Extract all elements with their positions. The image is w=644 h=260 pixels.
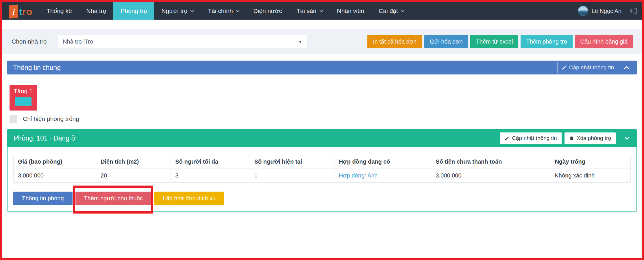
chevron-up-icon[interactable] bbox=[623, 64, 630, 71]
add-dependent-button[interactable]: Thêm người phụ thuộc bbox=[75, 192, 151, 205]
nav-item-nguoi-tro[interactable]: Người trọ bbox=[154, 2, 201, 20]
pencil-icon bbox=[504, 136, 509, 141]
update-room-button[interactable]: Cập nhật thông tin bbox=[500, 132, 561, 144]
add-room-button[interactable]: Thêm phòng trọ bbox=[521, 35, 572, 48]
floor-label: Tầng 1 bbox=[14, 88, 32, 94]
house-select[interactable]: Nhà trọ iTro ▼ bbox=[58, 35, 307, 48]
user-area: Lê Ngọc An bbox=[578, 2, 642, 20]
cell-area: 20 bbox=[96, 169, 171, 183]
chevron-down-icon bbox=[236, 8, 240, 12]
nav-item-label: Tài sản bbox=[297, 8, 317, 14]
show-empty-rooms-label: Chỉ hiện phòng trống bbox=[23, 115, 79, 122]
update-general-info-label: Cập nhật thông tin bbox=[569, 64, 614, 71]
logo-letter-t: t bbox=[19, 6, 22, 17]
nav-item-phong-tro[interactable]: Phòng trọ bbox=[113, 2, 154, 20]
nav-item-label: Tài chính bbox=[208, 8, 233, 14]
pencil-icon bbox=[562, 65, 567, 70]
room-panel-body: Giá (bao phòng) Diện tích (m2) Số người … bbox=[8, 147, 636, 211]
nav-item-label: Người trọ bbox=[162, 8, 188, 14]
house-select-value: Nhà trọ iTro bbox=[63, 38, 93, 45]
col-header-vacant-date: Ngày trống bbox=[550, 155, 631, 169]
nav-item-thong-ke[interactable]: Thống kê bbox=[39, 2, 79, 20]
nav-item-label: Nhân viên bbox=[337, 8, 364, 14]
floor-tile-tang-1[interactable]: Tầng 1 bbox=[10, 85, 37, 111]
top-navbar: itro Thống kê Nhà trọ Phòng trọ Người tr… bbox=[2, 2, 642, 20]
cell-max-people: 3 bbox=[171, 169, 250, 183]
col-header-current-people: Số người hiện tại bbox=[250, 155, 334, 169]
nav-item-label: Thống kê bbox=[47, 8, 72, 14]
dropdown-caret-icon: ▼ bbox=[298, 40, 302, 44]
room-info-button[interactable]: Thông tin phòng bbox=[13, 192, 73, 205]
room-panel-header: Phòng: 101 - Đang ở Cập nhật thông tin X… bbox=[8, 130, 636, 147]
price-config-button[interactable]: Cấu hình bảng giá bbox=[575, 35, 633, 48]
chevron-down-icon bbox=[319, 8, 323, 12]
nav-item-tai-san[interactable]: Tài sản bbox=[289, 2, 330, 20]
room-panel: Phòng: 101 - Đang ở Cập nhật thông tin X… bbox=[7, 129, 637, 212]
chevron-down-icon[interactable] bbox=[623, 134, 631, 142]
nav-item-label: Phòng trọ bbox=[121, 8, 147, 14]
nav-item-cai-dat[interactable]: Cài đặt bbox=[371, 2, 411, 20]
create-service-invoice-button[interactable]: Lập hóa đơn dịch vụ bbox=[154, 192, 224, 205]
nav-menu: Thống kê Nhà trọ Phòng trọ Người trọ Tài… bbox=[39, 2, 411, 20]
cell-vacant-date: Không xác định bbox=[550, 169, 631, 183]
room-header-actions: Cập nhật thông tin Xóa phòng trọ bbox=[500, 132, 634, 144]
nav-item-dien-nuoc[interactable]: Điện nước bbox=[246, 2, 289, 20]
room-info-table: Giá (bao phòng) Diện tích (m2) Số người … bbox=[13, 155, 631, 183]
delete-room-button[interactable]: Xóa phòng trọ bbox=[565, 132, 616, 144]
username[interactable]: Lê Ngọc An bbox=[592, 8, 621, 14]
col-header-price: Giá (bao phòng) bbox=[14, 155, 96, 169]
select-house-label: Chọn nhà trọ bbox=[12, 38, 58, 45]
nav-item-label: Nhà trọ bbox=[86, 8, 106, 14]
room-101-swatch[interactable] bbox=[15, 97, 32, 106]
logo-letter-i: i bbox=[12, 7, 15, 18]
nav-item-tai-chinh[interactable]: Tài chính bbox=[201, 2, 246, 20]
send-invoice-button[interactable]: Gửi hóa đơn bbox=[424, 35, 468, 48]
general-info-title: Thông tin chung bbox=[13, 64, 61, 72]
floor-map: Tầng 1 Chỉ hiện phòng trống bbox=[2, 85, 642, 123]
cell-unpaid: 3.000.000 bbox=[431, 169, 550, 183]
logout-icon[interactable] bbox=[629, 7, 638, 15]
logo-letters-ro: ro bbox=[22, 6, 33, 17]
nav-item-label: Điện nước bbox=[253, 8, 282, 14]
toolbar-actions: In tất cả hóa đơn Gửi hóa đơn Thêm từ ex… bbox=[367, 35, 633, 48]
general-info-actions: Cập nhật thông tin bbox=[557, 62, 634, 73]
current-people-link[interactable]: 1 bbox=[254, 172, 258, 179]
chevron-down-icon bbox=[401, 8, 405, 12]
general-info-header: Thông tin chung Cập nhật thông tin bbox=[7, 61, 637, 74]
update-room-label: Cập nhật thông tin bbox=[512, 135, 557, 141]
update-general-info-button[interactable]: Cập nhật thông tin bbox=[557, 62, 618, 73]
add-from-excel-button[interactable]: Thêm từ excel bbox=[470, 35, 518, 48]
avatar[interactable] bbox=[578, 6, 588, 16]
chevron-down-icon bbox=[190, 8, 194, 12]
trash-icon bbox=[569, 136, 574, 141]
room-title: Phòng: 101 - Đang ở bbox=[14, 134, 76, 142]
col-header-contract: Hợp đồng đang có bbox=[334, 155, 431, 169]
room-actions: Thông tin phòng Thêm người phụ thuộc Lập… bbox=[13, 192, 631, 205]
col-header-area: Diện tích (m2) bbox=[96, 155, 171, 169]
contract-link[interactable]: Hợp đồng: Anh bbox=[339, 172, 377, 179]
screenshot-annotation-border: itro Thống kê Nhà trọ Phòng trọ Người tr… bbox=[0, 0, 644, 260]
table-header-row: Giá (bao phòng) Diện tích (m2) Số người … bbox=[14, 155, 631, 169]
col-header-max-people: Số người tối đa bbox=[171, 155, 250, 169]
nav-item-nhan-vien[interactable]: Nhân viên bbox=[330, 2, 372, 20]
print-all-invoices-button[interactable]: In tất cả hóa đơn bbox=[367, 35, 422, 48]
table-row: 3.000.000 20 3 1 Hợp đồng: Anh 3.000.000… bbox=[14, 169, 631, 183]
cell-price: 3.000.000 bbox=[14, 169, 96, 183]
filter-row: Chỉ hiện phòng trống bbox=[10, 115, 642, 123]
itro-door-icon: i bbox=[9, 4, 18, 18]
delete-room-label: Xóa phòng trọ bbox=[577, 135, 611, 141]
itro-logo[interactable]: itro bbox=[2, 2, 39, 20]
nav-item-label: Cài đặt bbox=[379, 8, 398, 14]
show-empty-rooms-checkbox[interactable] bbox=[10, 115, 17, 123]
house-toolbar: Chọn nhà trọ Nhà trọ iTro ▼ In tất cả hó… bbox=[2, 29, 642, 54]
col-header-unpaid: Số tiền chưa thanh toán bbox=[431, 155, 550, 169]
nav-item-nha-tro[interactable]: Nhà trọ bbox=[79, 2, 114, 20]
annotated-button-wrapper: Thêm người phụ thuộc bbox=[75, 192, 151, 205]
